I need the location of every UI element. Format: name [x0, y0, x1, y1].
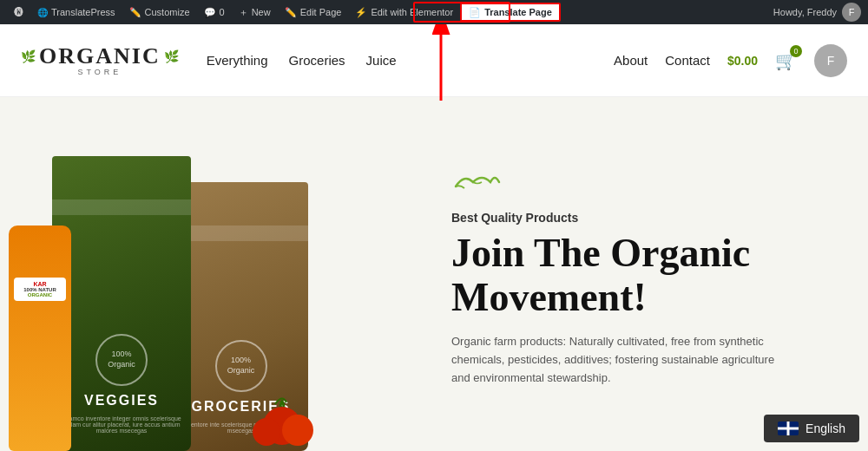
plus-icon: ＋	[239, 6, 248, 19]
nav-juice[interactable]: Juice	[366, 53, 397, 68]
leaf-icon-left: 🌿	[21, 49, 36, 63]
bag-green-emblem: 100%Organic	[95, 334, 148, 386]
nav-contact[interactable]: Contact	[665, 53, 710, 68]
hero-section: KAR 100% NATUR ORGANIC 100%Organic VEGGI…	[0, 97, 868, 451]
hero-description: Organic farm products: Naturally cultiva…	[451, 333, 781, 387]
product-scene: KAR 100% NATUR ORGANIC 100%Organic VEGGI…	[0, 97, 434, 451]
comments-icon: 💬	[204, 7, 216, 18]
svg-point-3	[253, 418, 280, 446]
hero-images: KAR 100% NATUR ORGANIC 100%Organic VEGGI…	[0, 97, 434, 451]
hero-title: Join The Organic Movement!	[451, 232, 833, 319]
howdy-section: Howdy, Freddy F	[773, 3, 861, 22]
bag-brown: 100%Organic GROCERIES inventore inte sce…	[174, 182, 308, 451]
bag-seal-brown	[174, 226, 308, 241]
comments-item[interactable]: 💬 0	[197, 0, 232, 24]
nav-right: About Contact $0.00 🛒 0 F	[614, 44, 847, 77]
bag-seal-green	[52, 199, 191, 215]
cart-price[interactable]: $0.00	[727, 54, 758, 68]
english-label: English	[806, 422, 845, 435]
english-badge[interactable]: English	[764, 415, 859, 442]
elementor-icon: ⚡	[355, 7, 367, 18]
juice-bottle: KAR 100% NATUR ORGANIC	[9, 226, 71, 451]
cart-badge: 0	[790, 45, 802, 57]
nav-everything[interactable]: Everything	[207, 53, 268, 68]
nav-about[interactable]: About	[614, 53, 648, 68]
us-flag-icon	[778, 422, 799, 435]
translate-page-label: Translate Page	[484, 7, 552, 17]
admin-bar: 🅦 🌐 TranslatePress ✏️ Customize 💬 0 ＋ Ne…	[0, 0, 868, 24]
translatepress-item[interactable]: 🌐 TranslatePress	[30, 0, 122, 24]
nav-bar: 🌿 ORGANIC 🌿 STORE Everything Groceries J…	[0, 24, 868, 97]
main-nav: Everything Groceries Juice	[207, 53, 614, 68]
juice-label: KAR 100% NATUR ORGANIC	[14, 278, 66, 301]
hero-subtitle: Best Quality Products	[451, 211, 833, 225]
wordpress-icon: 🅦	[14, 7, 23, 17]
nav-groceries[interactable]: Groceries	[289, 53, 345, 68]
translatepress-icon: 🌐	[37, 8, 48, 17]
wordpress-logo-item[interactable]: 🅦	[7, 0, 30, 24]
hero-title-line2: Movement!	[451, 275, 647, 319]
customize-label: Customize	[145, 7, 190, 17]
tomato-svg	[247, 378, 317, 448]
bag-green-label: VEGGIES	[84, 393, 159, 409]
howdy-label: Howdy, Freddy	[773, 7, 837, 17]
hero-content: Best Quality Products Join The Organic M…	[434, 97, 868, 451]
edit-elementor-item[interactable]: ⚡ Edit with Elementor	[348, 0, 460, 24]
translate-page-button[interactable]: 📄 Translate Page	[460, 3, 561, 22]
logo[interactable]: 🌿 ORGANIC 🌿 STORE	[21, 45, 179, 76]
leaf-icon-right: 🌿	[164, 49, 179, 63]
new-item[interactable]: ＋ New	[232, 0, 278, 24]
avatar[interactable]: F	[842, 3, 861, 22]
edit-page-item[interactable]: ✏️ Edit Page	[278, 0, 349, 24]
edit-elementor-label: Edit with Elementor	[371, 7, 453, 17]
customize-item[interactable]: ✏️ Customize	[122, 0, 197, 24]
customize-icon: ✏️	[129, 7, 141, 18]
comments-count: 0	[220, 7, 225, 17]
cart-icon-wrap[interactable]: 🛒 0	[775, 50, 797, 71]
logo-text: ORGANIC	[39, 45, 161, 68]
bag-green-text: Ullamco inventore integer omnis sceleris…	[52, 415, 191, 434]
translate-icon: 📄	[469, 7, 481, 18]
hero-title-line1: Join The Organic	[451, 231, 750, 275]
logo-sub: STORE	[77, 68, 122, 76]
svg-point-4	[282, 415, 313, 446]
hero-leaf-decoration	[451, 169, 833, 200]
new-label: New	[252, 7, 271, 17]
translatepress-label: TranslatePress	[51, 7, 115, 17]
bag-green: 100%Organic VEGGIES Ullamco inventore in…	[52, 156, 191, 451]
edit-page-icon: ✏️	[285, 7, 297, 18]
edit-page-label: Edit Page	[300, 7, 342, 17]
user-avatar[interactable]: F	[814, 44, 847, 77]
